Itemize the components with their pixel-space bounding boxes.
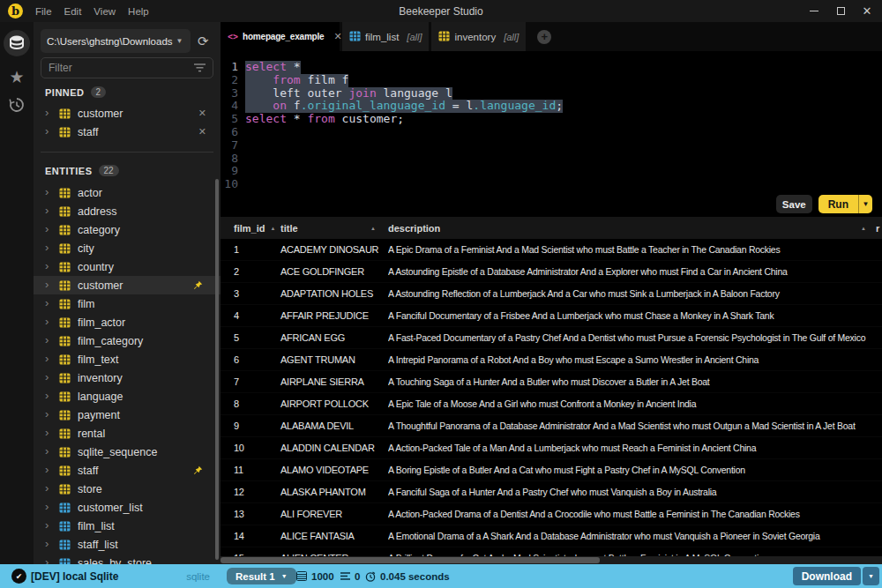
cell-film-id[interactable]: 14 bbox=[234, 525, 244, 547]
expand-chevron-icon[interactable]: › bbox=[45, 296, 54, 309]
entity-item-city[interactable]: ›city bbox=[34, 239, 220, 257]
sort-asc-icon[interactable]: ▲ bbox=[856, 217, 866, 239]
expand-chevron-icon[interactable]: › bbox=[45, 204, 54, 217]
result-row-8[interactable]: 8AIRPORT POLLOCKA Epic Tale of a Moose A… bbox=[220, 393, 882, 415]
expand-chevron-icon[interactable]: › bbox=[45, 124, 54, 138]
close-button[interactable]: ✕ bbox=[854, 0, 880, 22]
entity-item-country[interactable]: ›country bbox=[34, 257, 220, 276]
entity-item-address[interactable]: ›address bbox=[34, 202, 220, 220]
cell-description[interactable]: A Thoughtful Panorama of a Database Admi… bbox=[388, 415, 882, 437]
entity-item-staff_list[interactable]: ›staff_list bbox=[34, 535, 220, 554]
expand-chevron-icon[interactable]: › bbox=[45, 106, 54, 119]
result-select-button[interactable]: Result 1▼ bbox=[227, 568, 296, 584]
result-row-1[interactable]: 1ACADEMY DINOSAURA Epic Drama of a Femin… bbox=[220, 239, 882, 261]
download-options-caret[interactable]: ▼ bbox=[863, 567, 879, 585]
run-button-label[interactable]: Run bbox=[818, 195, 858, 213]
result-row-9[interactable]: 9ALABAMA DEVILA Thoughtful Panorama of a… bbox=[220, 415, 882, 437]
expand-chevron-icon[interactable]: › bbox=[45, 278, 54, 291]
minimize-button[interactable] bbox=[801, 0, 827, 22]
entity-item-inventory[interactable]: ›inventory bbox=[34, 368, 220, 387]
cell-title[interactable]: AIRPORT POLLOCK bbox=[280, 393, 369, 415]
connection-select[interactable]: C:\Users\ghstng\Downloads ▼ bbox=[41, 29, 191, 53]
entity-item-rental[interactable]: ›rental bbox=[34, 424, 220, 443]
cell-description[interactable]: A Fanciful Saga of a Hunter And a Pastry… bbox=[388, 481, 882, 503]
pinned-item-staff[interactable]: ›staff✕ bbox=[34, 123, 220, 141]
sql-editor[interactable]: 1select *2 from film f3 left outer join … bbox=[220, 51, 882, 217]
cell-title[interactable]: AGENT TRUMAN bbox=[280, 349, 355, 371]
cell-description[interactable]: A Fast-Paced Documentary of a Pastry Che… bbox=[388, 327, 882, 349]
tab-homepage-example[interactable]: <> homepage_example ✕ bbox=[220, 22, 340, 51]
new-tab-button[interactable]: + bbox=[537, 30, 551, 44]
expand-chevron-icon[interactable]: › bbox=[45, 518, 54, 532]
cell-film-id[interactable]: 6 bbox=[234, 349, 239, 371]
cell-title[interactable]: ALICE FANTASIA bbox=[280, 525, 355, 547]
result-row-10[interactable]: 10ALADDIN CALENDARA Action-Packed Tale o… bbox=[220, 437, 882, 459]
result-row-3[interactable]: 3ADAPTATION HOLESA Astounding Reflection… bbox=[220, 283, 882, 305]
cell-title[interactable]: ACE GOLDFINGER bbox=[280, 261, 364, 283]
entity-item-store[interactable]: ›store bbox=[34, 480, 220, 498]
cell-description[interactable]: A Touching Saga of a Hunter And a Butler… bbox=[388, 371, 882, 393]
filter-input[interactable]: Filter bbox=[41, 57, 213, 78]
cell-film-id[interactable]: 7 bbox=[234, 371, 239, 393]
expand-chevron-icon[interactable]: › bbox=[45, 352, 54, 365]
result-row-7[interactable]: 7AIRPLANE SIERRAA Touching Saga of a Hun… bbox=[220, 371, 882, 393]
expand-chevron-icon[interactable]: › bbox=[45, 185, 54, 198]
cell-description[interactable]: A Astounding Reflection of a Lumberjack … bbox=[388, 283, 882, 305]
cell-film-id[interactable]: 1 bbox=[234, 239, 239, 261]
cell-title[interactable]: ALAMO VIDEOTAPE bbox=[280, 459, 369, 481]
sort-asc-icon[interactable]: ▲ bbox=[365, 217, 376, 239]
column-header-film-id[interactable]: film_id▲ bbox=[234, 217, 275, 239]
entity-item-sqlite_sequence[interactable]: ›sqlite_sequence bbox=[34, 443, 220, 461]
expand-chevron-icon[interactable]: › bbox=[45, 555, 54, 564]
entity-item-payment[interactable]: ›payment bbox=[34, 406, 220, 424]
expand-chevron-icon[interactable]: › bbox=[45, 426, 54, 439]
entity-item-sales_by_store[interactable]: ›sales_by_store bbox=[34, 554, 220, 564]
entity-item-film_text[interactable]: ›film_text bbox=[34, 350, 220, 368]
cell-film-id[interactable]: 8 bbox=[234, 393, 239, 415]
expand-chevron-icon[interactable]: › bbox=[45, 241, 54, 254]
expand-chevron-icon[interactable]: › bbox=[45, 500, 54, 513]
entity-item-customer_list[interactable]: ›customer_list bbox=[34, 498, 220, 517]
expand-chevron-icon[interactable]: › bbox=[45, 370, 54, 383]
save-button[interactable]: Save bbox=[776, 195, 812, 213]
expand-chevron-icon[interactable]: › bbox=[45, 407, 54, 421]
result-row-2[interactable]: 2ACE GOLDFINGERA Astounding Epistle of a… bbox=[220, 261, 882, 283]
cell-film-id[interactable]: 12 bbox=[234, 481, 244, 503]
result-row-11[interactable]: 11ALAMO VIDEOTAPEA Boring Epistle of a B… bbox=[220, 459, 882, 481]
run-button[interactable]: Run ▼ bbox=[818, 195, 872, 213]
cell-description[interactable]: A Epic Tale of a Moose And a Girl who mu… bbox=[388, 393, 882, 415]
cell-title[interactable]: AIRPLANE SIERRA bbox=[280, 371, 364, 393]
expand-chevron-icon[interactable]: › bbox=[45, 389, 54, 402]
cell-film-id[interactable]: 5 bbox=[234, 327, 239, 349]
column-header-description[interactable]: description bbox=[388, 217, 440, 239]
expand-chevron-icon[interactable]: › bbox=[45, 463, 54, 476]
entity-item-film_category[interactable]: ›film_category bbox=[34, 331, 220, 350]
expand-chevron-icon[interactable]: › bbox=[45, 537, 54, 550]
cell-description[interactable]: A Action-Packed Drama of a Dentist And a… bbox=[388, 503, 882, 525]
cell-title[interactable]: ALI FOREVER bbox=[280, 503, 342, 525]
result-row-13[interactable]: 13ALI FOREVERA Action-Packed Drama of a … bbox=[220, 503, 882, 525]
entity-item-customer[interactable]: ›customer bbox=[34, 276, 220, 294]
column-header-title[interactable]: title bbox=[280, 217, 298, 239]
maximize-button[interactable] bbox=[827, 0, 854, 22]
refresh-icon[interactable]: ⟳ bbox=[198, 33, 209, 49]
expand-chevron-icon[interactable]: › bbox=[45, 481, 54, 495]
cell-film-id[interactable]: 3 bbox=[234, 283, 239, 305]
cell-title[interactable]: ALADDIN CALENDAR bbox=[280, 437, 375, 459]
unpin-icon[interactable]: ✕ bbox=[198, 126, 206, 138]
cell-description[interactable]: A Astounding Epistle of a Database Admin… bbox=[388, 261, 882, 283]
history-icon[interactable] bbox=[0, 95, 34, 115]
cell-film-id[interactable]: 11 bbox=[234, 459, 243, 481]
expand-chevron-icon[interactable]: › bbox=[45, 333, 54, 346]
expand-chevron-icon[interactable]: › bbox=[45, 444, 54, 458]
unpin-icon[interactable]: ✕ bbox=[198, 108, 206, 119]
cell-description[interactable]: A Epic Drama of a Feminist And a Mad Sci… bbox=[388, 239, 882, 261]
entity-item-staff[interactable]: ›staff bbox=[34, 461, 220, 480]
expand-chevron-icon[interactable]: › bbox=[45, 315, 54, 328]
tab-close-icon[interactable]: ✕ bbox=[333, 31, 341, 42]
favorites-icon[interactable]: ★ bbox=[0, 67, 34, 86]
entity-item-category[interactable]: ›category bbox=[34, 220, 220, 239]
pinned-item-customer[interactable]: ›customer✕ bbox=[34, 104, 220, 123]
sort-asc-icon[interactable]: ▲ bbox=[270, 226, 275, 231]
cell-film-id[interactable]: 9 bbox=[234, 415, 239, 437]
